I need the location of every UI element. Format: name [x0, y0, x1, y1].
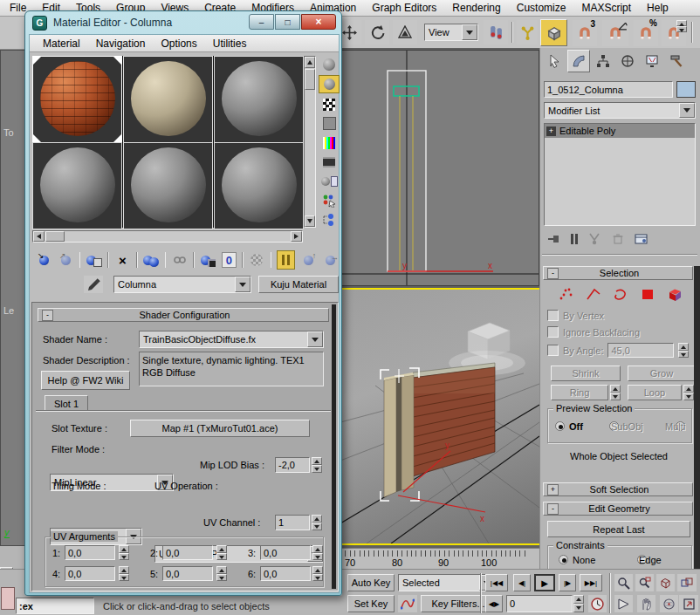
by-angle-field[interactable]: 45,0 [607, 343, 674, 358]
uv-arg-3-field[interactable]: 0,0 [260, 545, 311, 560]
pick-material-from-object-button[interactable] [84, 276, 103, 293]
go-to-parent-icon[interactable]: ↑ [300, 251, 317, 269]
help-fw2-wiki-button[interactable]: Help @ FW2 Wiki [41, 371, 130, 390]
reset-map-icon[interactable]: × [114, 251, 131, 269]
previous-frame-button[interactable]: ◀| [513, 574, 531, 591]
select-by-material-icon[interactable] [319, 192, 339, 208]
selection-rollout-header[interactable]: - Selection [543, 266, 693, 280]
material-editor-titlebar[interactable]: G Material Editor - Columna – □ × [25, 11, 341, 34]
snaps-toggle-button[interactable] [540, 19, 567, 46]
modifier-stack-list[interactable]: + Editable Poly [544, 123, 696, 226]
arc-rotate-button[interactable] [660, 595, 678, 612]
left-viewports-sliver[interactable]: To Le y [0, 50, 26, 546]
repeat-last-button[interactable]: Repeat Last [547, 521, 690, 537]
pin-stack-icon[interactable] [547, 233, 561, 245]
mip-lod-bias-field[interactable]: -2,0 [275, 457, 310, 473]
angle-snap-toggle-button[interactable] [602, 20, 628, 46]
uv-arg-6-field[interactable]: 0,0 [260, 566, 311, 581]
background-icon[interactable] [319, 96, 339, 113]
get-material-icon[interactable]: ↘ [36, 251, 52, 269]
snaps-toggle-3-button[interactable]: 3 [573, 20, 597, 46]
material-id-channel-icon[interactable]: 0 [222, 252, 237, 268]
uv-arg-2-field[interactable]: 0,0 [162, 545, 213, 560]
tab-hierarchy[interactable] [592, 50, 614, 72]
ring-spinner[interactable] [610, 385, 621, 400]
video-color-check-icon[interactable] [319, 134, 339, 151]
sample-hscrollbar[interactable] [32, 230, 303, 243]
edge-subobject-icon[interactable] [586, 288, 601, 301]
object-name-field[interactable]: 1_0512_Columna [544, 81, 673, 98]
chevron-down-icon[interactable] [307, 331, 323, 347]
sample-slot-6[interactable] [214, 142, 304, 229]
sample-slot-5[interactable] [123, 142, 213, 229]
material-type-button[interactable]: Kuju Material [258, 276, 339, 293]
key-filters-curve-button[interactable] [398, 595, 417, 612]
sample-type-icon[interactable] [319, 56, 339, 72]
make-preview-icon[interactable] [319, 154, 339, 170]
slot-texture-button[interactable]: Map #1 (TxMuroTut01.ace) [130, 420, 310, 437]
vertex-subobject-icon[interactable] [559, 288, 574, 301]
by-angle-checkbox[interactable] [547, 345, 559, 356]
menu-help[interactable]: Help [639, 0, 676, 16]
collapse-icon[interactable]: - [547, 268, 559, 279]
command-panel-scrollbar[interactable] [694, 266, 700, 571]
zoom-extents-all-button[interactable] [677, 574, 697, 591]
options-icon[interactable] [319, 173, 339, 189]
auto-key-button[interactable]: Auto Key [347, 574, 395, 591]
vscroll-thumb[interactable] [305, 69, 315, 90]
menu-customize[interactable]: Customize [509, 0, 574, 16]
frame-spinner[interactable] [573, 595, 584, 612]
border-subobject-icon[interactable] [613, 288, 628, 301]
menu-graph-editors[interactable]: Graph Editors [364, 0, 444, 16]
collapse-icon[interactable]: - [547, 503, 559, 515]
uv-arg-1-field[interactable]: 0,0 [65, 545, 115, 560]
named-selection-sets-button[interactable] [484, 20, 508, 44]
time-configuration-button[interactable] [588, 595, 607, 612]
tab-display[interactable] [641, 50, 663, 72]
uv-arg-1-spinner[interactable] [119, 545, 129, 560]
viewport-top-view[interactable]: y x [339, 50, 539, 286]
zoom-all-button[interactable] [635, 574, 654, 591]
chevron-down-icon[interactable] [679, 103, 695, 118]
ring-button[interactable]: Ring [551, 385, 608, 400]
sample-slot-4[interactable] [32, 142, 122, 229]
set-key-button[interactable]: Set Key [347, 595, 395, 612]
zoom-extents-button[interactable] [656, 574, 675, 591]
edit-geometry-rollout-header[interactable]: - Edit Geometry [543, 502, 693, 516]
go-to-end-button[interactable]: ▶▶| [580, 574, 602, 591]
tab-create[interactable] [543, 50, 566, 72]
uv-arg-6-spinner[interactable] [312, 566, 323, 581]
play-button[interactable]: ▶ [534, 574, 555, 591]
column-object[interactable] [384, 372, 414, 497]
make-material-copy-icon[interactable] [143, 251, 160, 269]
mip-lod-bias-spinner[interactable] [312, 457, 322, 473]
ignore-backfacing-checkbox[interactable] [547, 326, 559, 338]
loop-button[interactable]: Loop [628, 385, 682, 400]
polygon-subobject-icon[interactable] [640, 288, 655, 301]
hscroll-thumb[interactable] [45, 231, 65, 242]
sample-slot-2[interactable] [123, 56, 213, 143]
material-editor-window[interactable]: G Material Editor - Columna – □ × Materi… [24, 10, 342, 596]
tab-utilities[interactable] [665, 50, 688, 72]
expand-icon[interactable]: + [547, 484, 559, 495]
by-vertex-checkbox[interactable] [547, 310, 559, 321]
reference-coordinate-system-select[interactable]: View [424, 24, 478, 41]
uv-arg-4-field[interactable]: 0,0 [65, 566, 115, 581]
menu-material[interactable]: Material [35, 36, 88, 51]
collapse-icon[interactable]: - [42, 310, 53, 321]
sample-uv-tiling-icon[interactable] [319, 115, 339, 132]
sample-vscrollbar[interactable] [304, 56, 316, 228]
pan-button[interactable] [637, 595, 655, 612]
soft-selection-rollout-header[interactable]: + Soft Selection [543, 482, 693, 496]
tab-modify[interactable] [567, 50, 590, 72]
select-and-rotate-button[interactable] [365, 20, 389, 44]
zoom-button[interactable] [614, 574, 633, 591]
shrink-button[interactable]: Shrink [551, 366, 621, 381]
go-forward-to-sibling-icon[interactable]: → [322, 251, 339, 269]
minimize-button[interactable]: – [249, 14, 274, 30]
close-button[interactable]: × [301, 14, 336, 30]
backlight-icon[interactable] [319, 75, 340, 93]
select-and-manipulate-button[interactable] [517, 20, 538, 44]
material-name-dropdown[interactable]: Columna [113, 276, 251, 293]
scroll-left-button[interactable] [33, 231, 45, 242]
